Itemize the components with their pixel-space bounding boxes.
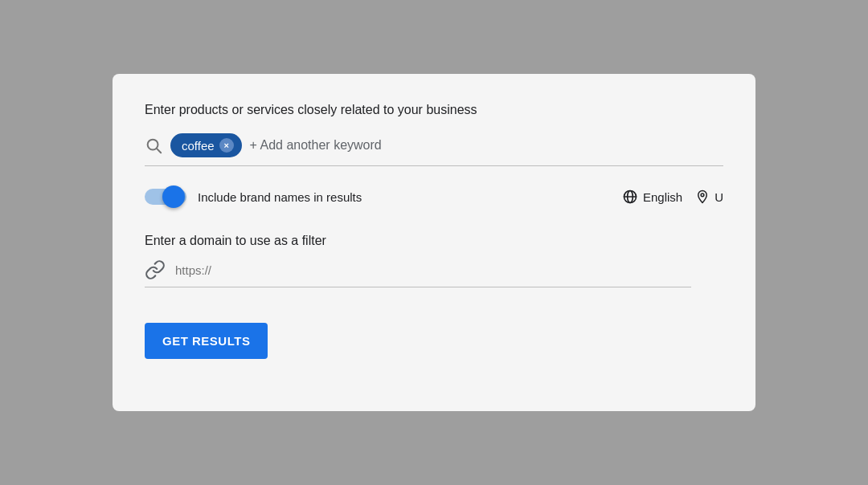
svg-point-5 bbox=[701, 194, 704, 197]
language-location-row: English U bbox=[622, 189, 723, 205]
brand-names-toggle[interactable] bbox=[145, 185, 186, 208]
get-results-button[interactable]: GET RESULTS bbox=[145, 323, 268, 359]
svg-line-1 bbox=[157, 149, 161, 153]
keyword-chip[interactable]: coffee × bbox=[170, 133, 242, 157]
language-label: English bbox=[643, 190, 682, 204]
globe-icon bbox=[622, 189, 638, 205]
location-label: U bbox=[714, 190, 723, 204]
toggle-thumb bbox=[162, 185, 185, 208]
domain-input-row bbox=[145, 259, 691, 287]
products-section-title: Enter products or services closely relat… bbox=[145, 103, 723, 117]
domain-input[interactable] bbox=[175, 263, 691, 277]
search-icon bbox=[145, 137, 162, 154]
location-pin-icon bbox=[695, 190, 710, 204]
keyword-chip-close-button[interactable]: × bbox=[219, 138, 234, 153]
toggle-row: Include brand names in results English U bbox=[145, 185, 723, 208]
keyword-chip-text: coffee bbox=[182, 139, 215, 153]
language-selector[interactable]: English bbox=[622, 189, 682, 205]
domain-section-title: Enter a domain to use as a filter bbox=[145, 234, 723, 248]
location-selector[interactable]: U bbox=[695, 190, 723, 204]
link-icon bbox=[145, 259, 166, 280]
main-panel: Enter products or services closely relat… bbox=[113, 74, 755, 411]
brand-names-label: Include brand names in results bbox=[198, 190, 362, 204]
add-keyword-button[interactable]: + Add another keyword bbox=[250, 138, 382, 153]
keyword-search-row: coffee × + Add another keyword bbox=[145, 133, 723, 166]
